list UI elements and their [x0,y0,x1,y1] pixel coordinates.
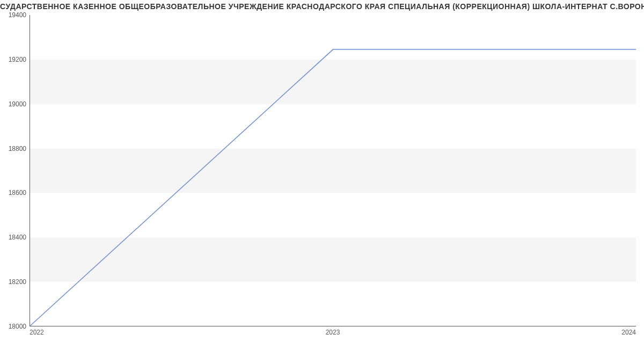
y-tick-label: 18400 [9,234,26,241]
y-tick-label: 19200 [9,56,26,63]
line-layer [30,15,636,326]
y-tick-label: 18600 [9,189,26,197]
y-tick-label: 18800 [9,145,26,152]
series-main [30,49,636,326]
y-tick-label: 18200 [9,278,26,286]
chart-title: СУДАРСТВЕННОЕ КАЗЕННОЕ ОБЩЕОБРАЗОВАТЕЛЬН… [0,2,644,11]
x-tick-label: 2022 [30,329,44,336]
plot-area [30,15,636,326]
y-tick-label: 18000 [9,323,26,330]
y-tick-label: 19400 [9,11,26,19]
y-tick-label: 19000 [9,100,26,108]
chart-container: СУДАРСТВЕННОЕ КАЗЕННОЕ ОБЩЕОБРАЗОВАТЕЛЬН… [0,0,644,349]
x-tick-label: 2023 [326,329,340,336]
x-tick-label: 2024 [621,329,636,336]
